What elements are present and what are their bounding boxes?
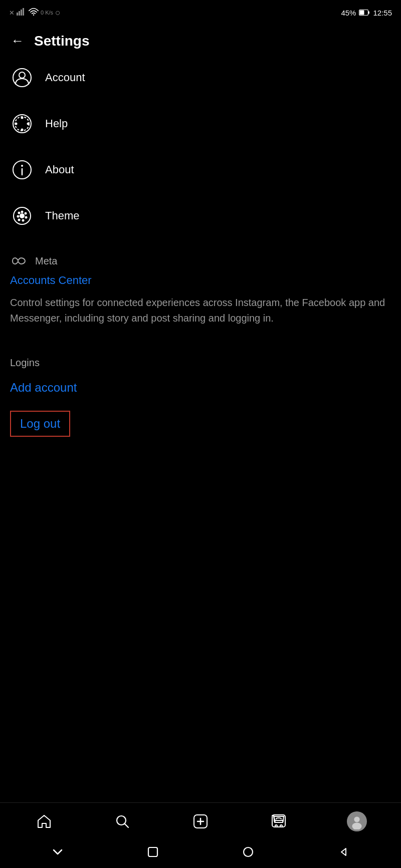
page-title: Settings <box>34 33 89 49</box>
nav-search-button[interactable] <box>108 809 136 833</box>
account-label: Account <box>45 71 85 84</box>
signal-icon: ✕ <box>9 9 15 17</box>
meta-logo-row: Meta <box>10 255 391 267</box>
nav-home-button[interactable] <box>30 809 58 833</box>
theme-label: Theme <box>45 209 79 222</box>
settings-list: Account Help About <box>0 61 401 239</box>
svg-point-26 <box>18 212 21 214</box>
wifi-icon <box>29 8 39 18</box>
signal-bars <box>17 8 27 18</box>
svg-rect-1 <box>19 11 20 16</box>
svg-rect-6 <box>368 11 370 14</box>
clock: 12:55 <box>373 9 392 17</box>
search-icon <box>114 813 130 829</box>
svg-rect-3 <box>23 8 24 16</box>
theme-icon <box>10 204 34 228</box>
svg-rect-2 <box>21 10 22 16</box>
sys-nav-back-button[interactable] <box>333 843 353 861</box>
settings-item-theme[interactable]: Theme <box>0 193 401 239</box>
nav-shop-button[interactable] <box>265 809 293 833</box>
square-icon <box>147 846 158 857</box>
system-nav <box>0 838 401 868</box>
svg-point-4 <box>33 14 35 16</box>
help-icon <box>10 112 34 136</box>
help-label: Help <box>45 117 68 130</box>
network-speed: 0 K/s <box>41 10 53 16</box>
logins-section: Logins Add account Log out <box>0 336 401 447</box>
svg-point-21 <box>25 212 27 215</box>
nav-add-button[interactable] <box>186 809 215 833</box>
circle-icon <box>243 846 254 857</box>
about-icon <box>10 158 34 182</box>
add-account-button[interactable]: Add account <box>10 381 77 395</box>
battery-icon <box>359 9 370 17</box>
account-icon <box>10 66 34 90</box>
svg-point-20 <box>21 211 24 213</box>
meta-logo-label: Meta <box>35 255 57 267</box>
top-nav: ← Settings <box>0 24 401 61</box>
data-icon: ○ <box>55 8 61 18</box>
meta-logo-icon <box>10 255 30 267</box>
shop-icon <box>271 813 287 829</box>
svg-point-40 <box>244 847 253 856</box>
about-label: About <box>45 163 74 176</box>
status-bar: ✕ 0 K/s ○ 45% <box>0 0 401 24</box>
home-icon <box>36 813 52 829</box>
svg-point-13 <box>27 123 30 125</box>
battery-indicator: 45% <box>341 9 356 17</box>
sys-nav-down-button[interactable] <box>48 843 68 861</box>
svg-point-23 <box>22 219 25 222</box>
bottom-nav <box>0 802 401 868</box>
svg-point-18 <box>21 165 23 167</box>
svg-point-15 <box>21 129 24 131</box>
triangle-back-icon <box>338 846 349 857</box>
settings-item-about[interactable]: About <box>0 147 401 193</box>
logins-label: Logins <box>10 357 391 369</box>
meta-description: Control settings for connected experienc… <box>10 295 391 326</box>
svg-rect-0 <box>17 13 18 16</box>
svg-point-25 <box>17 215 20 218</box>
svg-rect-7 <box>360 10 364 15</box>
meta-section: Meta Accounts Center Control settings fo… <box>0 239 401 336</box>
settings-item-account[interactable]: Account <box>0 61 401 101</box>
svg-point-14 <box>21 117 24 119</box>
sys-nav-circle-button[interactable] <box>238 843 258 861</box>
chevron-down-icon <box>52 847 63 856</box>
svg-point-12 <box>15 123 18 125</box>
svg-point-9 <box>19 72 25 78</box>
sys-nav-square-button[interactable] <box>143 843 163 861</box>
accounts-center-link[interactable]: Accounts Center <box>10 274 391 287</box>
svg-point-37 <box>354 816 359 822</box>
svg-point-22 <box>25 216 28 219</box>
status-left: ✕ 0 K/s ○ <box>9 8 61 18</box>
status-right: 45% 12:55 <box>341 9 392 17</box>
profile-avatar <box>347 811 367 831</box>
svg-point-24 <box>18 219 21 221</box>
settings-item-help[interactable]: Help <box>0 101 401 147</box>
add-icon <box>192 813 209 829</box>
logout-button[interactable]: Log out <box>10 411 70 437</box>
nav-icons-row <box>0 803 401 838</box>
nav-profile-button[interactable] <box>343 809 371 833</box>
svg-point-27 <box>20 213 25 218</box>
back-button[interactable]: ← <box>9 31 26 51</box>
svg-line-29 <box>125 824 128 827</box>
svg-rect-39 <box>148 847 157 856</box>
